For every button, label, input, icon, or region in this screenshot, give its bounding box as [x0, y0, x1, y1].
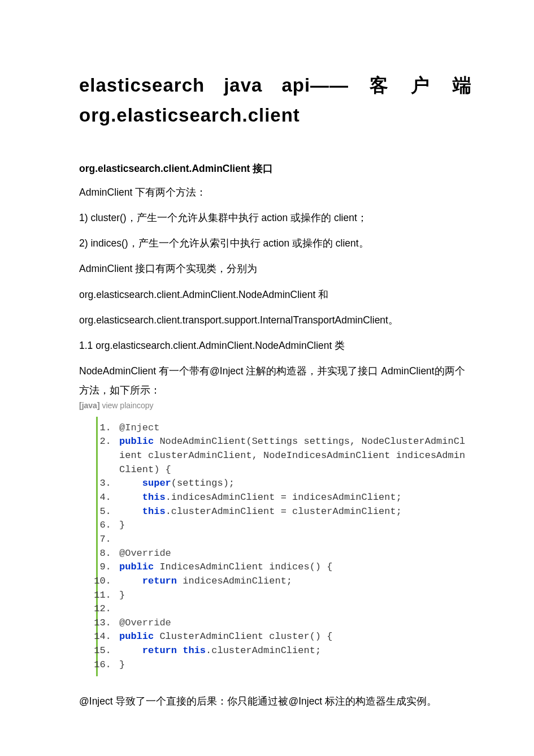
- paragraph: 1.1 org.elasticsearch.client.AdminClient…: [79, 336, 472, 355]
- code-token: this: [183, 645, 206, 656]
- code-token: }: [119, 590, 125, 601]
- code-line: super(settings);: [117, 477, 469, 491]
- code-line: }: [117, 589, 469, 603]
- code-token: IndicesAdminClient indices() {: [154, 561, 332, 572]
- section-heading: org.elasticsearch.client.AdminClient 接口: [79, 162, 472, 175]
- paragraph: AdminClient 接口有两个实现类，分别为: [79, 260, 472, 278]
- page-title: elasticsearch java api—— 客 户 端 org.elast…: [79, 68, 472, 128]
- code-token: [119, 478, 142, 489]
- code-line: return this.clusterAdminClient;: [117, 644, 469, 658]
- paragraph: 2) indices()，产生一个允许从索引中执行 action 或操作的 cl…: [79, 234, 472, 253]
- code-line: public NodeAdminClient(Settings settings…: [117, 435, 469, 477]
- code-token: [119, 645, 142, 656]
- code-token: [177, 645, 183, 656]
- code-token: .clusterAdminClient = clusterAdminClient…: [166, 506, 402, 517]
- code-meta: [java] view plaincopy: [79, 401, 472, 410]
- title-line-1: elasticsearch java api—— 客 户 端: [79, 68, 472, 103]
- code-line: @Inject: [117, 421, 469, 435]
- code-line: [117, 533, 469, 547]
- paragraph: org.elasticsearch.client.transport.suppo…: [79, 311, 472, 330]
- code-token: return: [142, 576, 177, 586]
- paragraph: AdminClient 下有两个方法：: [79, 183, 472, 202]
- code-token: [119, 534, 125, 545]
- code-actions[interactable]: view plaincopy: [100, 401, 154, 410]
- code-token: super: [142, 478, 171, 489]
- paragraph: NodeAdminClient 有一个带有@Inject 注解的构造器，并实现了…: [79, 362, 472, 400]
- code-token: indicesAdminClient;: [177, 576, 292, 586]
- code-token: public: [119, 561, 154, 572]
- code-token: [119, 492, 142, 503]
- code-token: return: [142, 645, 177, 656]
- code-token: ClusterAdminClient cluster() {: [154, 631, 332, 642]
- code-token: public: [119, 436, 154, 447]
- code-line: this.indicesAdminClient = indicesAdminCl…: [117, 491, 469, 505]
- code-token: .clusterAdminClient;: [206, 645, 321, 656]
- code-line: public ClusterAdminClient cluster() {: [117, 630, 469, 644]
- code-token: [119, 576, 142, 586]
- paragraph: 1) cluster()，产生一个允许从集群中执行 action 或操作的 cl…: [79, 209, 472, 227]
- code-line: }: [117, 519, 469, 533]
- paragraph: @Inject 导致了一个直接的后果：你只能通过被@Inject 标注的构造器生…: [79, 692, 472, 711]
- code-token: public: [119, 631, 154, 642]
- code-line: [117, 602, 469, 616]
- code-token: NodeAdminClient(Settings settings, NodeC…: [119, 436, 465, 474]
- code-token: (settings);: [171, 478, 235, 489]
- code-ordered-list: @Injectpublic NodeAdminClient(Settings s…: [98, 417, 469, 677]
- code-token: @Inject: [119, 422, 159, 433]
- code-block: @Injectpublic NodeAdminClient(Settings s…: [96, 417, 469, 677]
- code-token: }: [119, 659, 125, 670]
- code-line: @Override: [117, 547, 469, 561]
- paragraph: org.elasticsearch.client.AdminClient.Nod…: [79, 286, 472, 304]
- code-token: }: [119, 520, 125, 530]
- code-token: @Override: [119, 548, 171, 559]
- code-line: @Override: [117, 616, 469, 630]
- code-token: @Override: [119, 617, 171, 628]
- code-token: .indicesAdminClient = indicesAdminClient…: [166, 492, 402, 503]
- code-line: return indicesAdminClient;: [117, 574, 469, 589]
- code-line: }: [117, 658, 469, 672]
- code-line: this.clusterAdminClient = clusterAdminCl…: [117, 505, 469, 519]
- code-lang-label: [java]: [79, 401, 100, 410]
- code-token: [119, 603, 125, 614]
- code-token: this: [142, 492, 166, 503]
- code-token: [119, 506, 142, 517]
- document-page: elasticsearch java api—— 客 户 端 org.elast…: [0, 0, 534, 756]
- code-line: public IndicesAdminClient indices() {: [117, 560, 469, 574]
- title-line-2: org.elasticsearch.client: [79, 103, 472, 128]
- code-token: this: [142, 506, 166, 517]
